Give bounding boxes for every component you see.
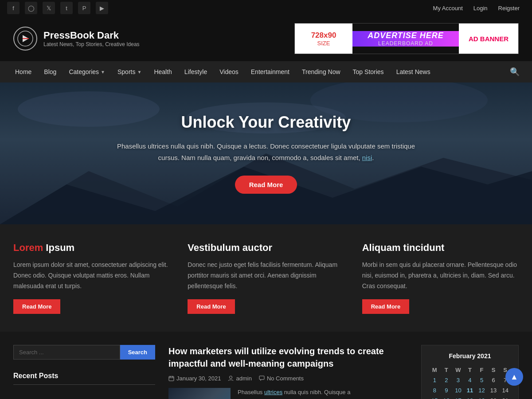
card-3-read-more-button[interactable]: Read More [362,299,409,314]
author-icon [228,376,234,381]
cal-day-17[interactable]: 17 [452,395,464,399]
ad-middle-block: ADVERTISE HERE LEADERBOARD AD [352,31,459,47]
article-excerpt-link[interactable]: ultrices [264,389,282,395]
hero-content: Unlock Your Creativity Phasellus ultrice… [98,113,434,194]
cal-day-21: 21 [499,395,511,399]
nav-items: Home Blog Categories ▼ Sports ▼ Health L… [9,61,506,82]
cal-day-16[interactable]: 16 [441,395,453,399]
cal-day-6: 6 [488,375,500,385]
social-icons: f ◯ 𝕏 t P ▶ [7,2,108,14]
search-button[interactable]: Search [120,345,155,360]
cal-header-w: W [452,365,464,375]
cal-header-m: M [429,365,441,375]
my-account-link[interactable]: My Account [428,3,468,13]
search-icon[interactable]: 🔍 [506,67,523,77]
tumblr-icon[interactable]: t [60,2,73,14]
card-2: Vestibulum auctor Donec nec justo eget f… [188,242,344,314]
cal-day-8[interactable]: 8 [429,385,441,395]
card-2-text: Donec nec justo eget felis facilisis fer… [188,260,344,291]
facebook-icon[interactable]: f [7,2,20,14]
nav-trending[interactable]: Trending Now [296,61,347,82]
cal-day-13: 13 [488,385,500,395]
register-link[interactable]: Reigster [493,3,525,13]
nav-home[interactable]: Home [9,61,38,82]
ad-size-label: SIZE [317,40,330,47]
cal-day-10[interactable]: 10 [452,385,464,395]
card-1: Lorem Ipsum Lorem ipsum dolor sit amet, … [13,242,170,314]
chevron-down-icon: ▼ [101,70,105,74]
cards-section: Lorem Ipsum Lorem ipsum dolor sit amet, … [0,224,532,332]
card-3: Aliquam tincidunt Morbi in sem quis dui … [362,242,519,314]
cal-day-5[interactable]: 5 [476,375,488,385]
nav-lifestyle[interactable]: Lifestyle [178,61,213,82]
search-input[interactable] [13,345,120,360]
site-title: PressBook Dark [43,30,140,41]
card-3-title: Aliquam tincidunt [362,242,519,254]
cal-day-3[interactable]: 3 [452,375,464,385]
scroll-to-top-button[interactable]: ▲ [505,368,523,386]
cal-day-19[interactable]: 19 [476,395,488,399]
youtube-icon[interactable]: ▶ [96,2,108,14]
hero-section: Unlock Your Creativity Phasellus ultrice… [0,82,532,224]
calendar-table: M T W T F S S 1 2 3 4 5 [429,365,511,399]
hero-read-more-button[interactable]: Read More [235,176,297,194]
article-title: How marketers will utilize evolving tren… [168,345,408,370]
hero-link[interactable]: nisi [362,154,372,161]
nav-categories[interactable]: Categories ▼ [63,61,111,82]
article-thumbnail [168,388,231,399]
cal-day-12[interactable]: 12 [476,385,488,395]
card-1-read-more-button[interactable]: Read More [13,299,60,314]
cal-day-11[interactable]: 11 [464,385,476,395]
logo-icon[interactable] [13,27,37,51]
article-date: January 30, 2021 [168,375,221,382]
ad-right-block: AD BANNER [459,23,518,54]
cal-header-t2: T [464,365,476,375]
nav-videos[interactable]: Videos [213,61,245,82]
nav-entertainment[interactable]: Entertainment [245,61,296,82]
ad-banner: 728x90 SIZE ADVERTISE HERE LEADERBOARD A… [294,23,519,54]
account-links: My Account Login Reigster [428,3,525,13]
recent-posts-title: Recent Posts [13,372,155,385]
cal-row-2: 8 9 10 11 12 13 14 [429,385,511,395]
card-1-text: Lorem ipsum dolor sit amet, consectetuer… [13,260,170,291]
ad-main-text: ADVERTISE HERE [368,31,444,40]
sidebar-left: Search Recent Posts [13,345,155,399]
svg-point-12 [230,376,232,379]
cal-day-18[interactable]: 18 [464,395,476,399]
chevron-down-icon: ▼ [137,70,141,74]
login-link[interactable]: Login [468,3,493,13]
nav-blog[interactable]: Blog [38,61,63,82]
pinterest-icon[interactable]: P [78,2,90,14]
nav-sports[interactable]: Sports ▼ [111,61,148,82]
cal-row-1: 1 2 3 4 5 6 7 [429,375,511,385]
main-nav: Home Blog Categories ▼ Sports ▼ Health L… [0,61,532,82]
site-subtitle: Latest News, Top Stories, Creative Ideas [43,41,140,47]
nav-top-stories[interactable]: Top Stories [347,61,390,82]
cal-day-9[interactable]: 9 [441,385,453,395]
logo-text: PressBook Dark Latest News, Top Stories,… [43,30,140,47]
article-excerpt: Phasellus ultrices nulla quis nibh. Quis… [238,388,350,399]
article-body: Phasellus ultrices nulla quis nibh. Quis… [168,388,408,399]
main-article: How marketers will utilize evolving tren… [168,345,408,399]
logo-svg [17,31,33,47]
header: PressBook Dark Latest News, Top Stories,… [0,16,532,61]
cal-day-2[interactable]: 2 [441,375,453,385]
hero-title: Unlock Your Creativity [106,113,426,132]
card-2-title: Vestibulum auctor [188,242,344,254]
cal-header-t1: T [441,365,453,375]
card-2-read-more-button[interactable]: Read More [188,299,235,314]
cal-day-15[interactable]: 15 [429,395,441,399]
svg-rect-8 [169,376,174,381]
article-author: admin [228,375,251,382]
top-bar: f ◯ 𝕏 t P ▶ My Account Login Reigster [0,0,532,16]
bottom-section: Search Recent Posts How marketers will u… [0,332,532,399]
nav-latest-news[interactable]: Latest News [390,61,437,82]
twitter-icon[interactable]: 𝕏 [43,2,55,14]
cal-day-4[interactable]: 4 [464,375,476,385]
calendar-title: February 2021 [429,352,511,360]
svg-rect-13 [259,376,264,379]
cal-day-14: 14 [499,385,511,395]
nav-health[interactable]: Health [148,61,178,82]
cal-day-1[interactable]: 1 [429,375,441,385]
instagram-icon[interactable]: ◯ [25,2,37,14]
